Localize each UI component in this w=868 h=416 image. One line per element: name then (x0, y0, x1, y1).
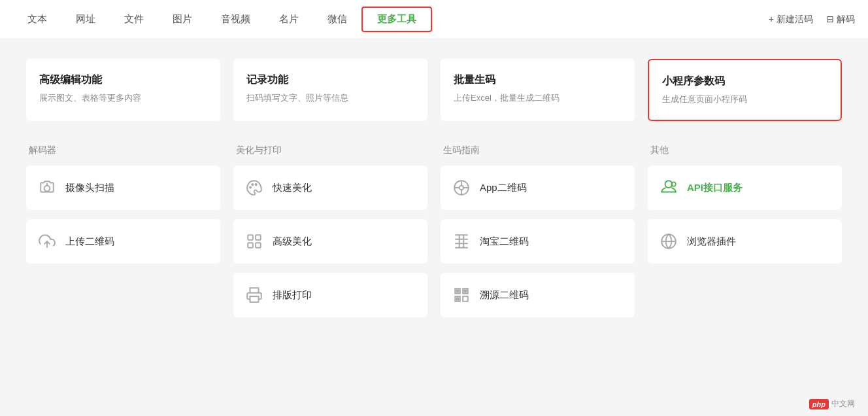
tool-item[interactable]: 浏览器插件 (648, 219, 842, 264)
tool-item[interactable]: API接口服务 (648, 165, 842, 210)
new-code-label: + 新建活码 (769, 14, 813, 26)
svg-point-1 (46, 184, 47, 184)
tool-item-label: 高级美化 (273, 235, 312, 248)
tool-item[interactable]: 高级美化 (233, 219, 427, 264)
svg-rect-10 (250, 296, 259, 302)
feature-card-desc: 展示图文、表格等更多内容 (39, 92, 207, 104)
trace-icon (451, 285, 472, 305)
browser-icon (658, 231, 679, 252)
tool-section-title: 美化与打印 (233, 145, 427, 156)
svg-rect-20 (463, 296, 468, 302)
feature-card-desc: 上传Excel，批量生成二维码 (454, 92, 622, 104)
nav-item-文本[interactable]: 文本 (13, 8, 61, 31)
svg-rect-9 (248, 243, 253, 248)
decode-label: ⊟ 解码 (826, 14, 855, 26)
footer-label: 中文网 (831, 398, 855, 409)
tool-item-label: 排版打印 (273, 289, 312, 302)
print-icon (244, 285, 265, 305)
feature-card[interactable]: 高级编辑功能展示图文、表格等更多内容 (26, 59, 220, 121)
nav-item-音视频[interactable]: 音视频 (207, 8, 265, 31)
tool-item-label: 上传二维码 (65, 235, 114, 248)
tool-items: 快速美化高级美化排版打印 (233, 165, 427, 317)
feature-card-desc: 生成任意页面小程序码 (662, 94, 827, 105)
tool-items: App二维码淘宝二维码溯源二维码 (441, 165, 635, 317)
nav-item-微信[interactable]: 微信 (313, 8, 361, 31)
taobao-icon (451, 231, 472, 252)
nav-item-名片[interactable]: 名片 (265, 8, 313, 31)
svg-rect-22 (464, 290, 466, 292)
feature-card[interactable]: 记录功能扫码填写文字、照片等信息 (233, 59, 427, 121)
tool-item[interactable]: 排版打印 (233, 273, 427, 317)
tool-section: 其他API接口服务浏览器插件 (648, 145, 842, 317)
tool-item-label: 淘宝二维码 (480, 235, 529, 248)
svg-point-0 (44, 186, 50, 192)
nav-item-网址[interactable]: 网址 (61, 8, 110, 31)
tool-item-label: 快速美化 (273, 182, 312, 194)
tool-item[interactable]: 淘宝二维码 (441, 219, 635, 264)
svg-point-12 (459, 186, 464, 190)
tool-section-title: 解码器 (26, 145, 220, 156)
tool-section: 解码器摄像头扫描上传二维码 (26, 145, 220, 317)
svg-rect-8 (256, 243, 261, 248)
tool-item-label: App二维码 (480, 182, 527, 194)
feature-card-title: 小程序参数码 (662, 75, 827, 88)
tool-item[interactable]: 快速美化 (233, 165, 427, 210)
svg-point-5 (256, 184, 257, 185)
palette-icon (244, 177, 265, 198)
feature-card-title: 批量生码 (454, 73, 622, 87)
feature-card-title: 记录功能 (246, 73, 414, 87)
tool-item[interactable]: 上传二维码 (26, 219, 220, 264)
nav-item-更多工具[interactable]: 更多工具 (361, 7, 432, 32)
nav-items: 文本网址文件图片音视频名片微信更多工具 (13, 7, 769, 32)
app-icon (451, 177, 472, 198)
tool-section-title: 生码指南 (441, 145, 635, 156)
tool-item-label: API接口服务 (687, 182, 743, 194)
main-content: 高级编辑功能展示图文、表格等更多内容记录功能扫码填写文字、照片等信息批量生码上传… (0, 39, 868, 337)
advanced-icon (244, 231, 265, 252)
tool-section-title: 其他 (648, 145, 842, 156)
tool-item[interactable]: 溯源二维码 (441, 273, 635, 317)
svg-rect-21 (456, 290, 458, 292)
upload-icon (37, 231, 58, 252)
new-code-button[interactable]: + 新建活码 (769, 14, 813, 26)
tool-item-label: 溯源二维码 (480, 289, 529, 302)
tool-item[interactable]: App二维码 (441, 165, 635, 210)
svg-rect-7 (256, 235, 261, 240)
tool-sections-grid: 解码器摄像头扫描上传二维码美化与打印快速美化高级美化排版打印生码指南App二维码… (26, 145, 842, 317)
svg-rect-23 (456, 298, 458, 300)
svg-rect-6 (248, 235, 253, 240)
feature-card-title: 高级编辑功能 (39, 73, 207, 87)
nav-item-文件[interactable]: 文件 (110, 8, 158, 31)
tool-item-label: 摄像头扫描 (65, 182, 114, 194)
tool-item[interactable]: 摄像头扫描 (26, 165, 220, 210)
api-icon (658, 177, 679, 198)
tool-section: 生码指南App二维码淘宝二维码溯源二维码 (441, 145, 635, 317)
feature-card[interactable]: 小程序参数码生成任意页面小程序码 (648, 59, 842, 121)
php-badge: php (809, 399, 829, 409)
camera-icon (37, 177, 58, 198)
svg-point-3 (250, 186, 251, 188)
feature-cards-grid: 高级编辑功能展示图文、表格等更多内容记录功能扫码填写文字、照片等信息批量生码上传… (26, 59, 842, 121)
feature-card[interactable]: 批量生码上传Excel，批量生成二维码 (441, 59, 635, 121)
svg-point-4 (252, 184, 253, 185)
tool-items: 摄像头扫描上传二维码 (26, 165, 220, 264)
tool-section: 美化与打印快速美化高级美化排版打印 (233, 145, 427, 317)
top-navigation: 文本网址文件图片音视频名片微信更多工具 + 新建活码 ⊟ 解码 (0, 0, 868, 39)
tool-item-label: 浏览器插件 (687, 235, 736, 248)
nav-right: + 新建活码 ⊟ 解码 (769, 14, 855, 26)
nav-item-图片[interactable]: 图片 (158, 8, 207, 31)
feature-card-desc: 扫码填写文字、照片等信息 (246, 92, 414, 104)
tool-items: API接口服务浏览器插件 (648, 165, 842, 264)
decode-button[interactable]: ⊟ 解码 (826, 14, 855, 26)
footer: php 中文网 (809, 398, 855, 409)
